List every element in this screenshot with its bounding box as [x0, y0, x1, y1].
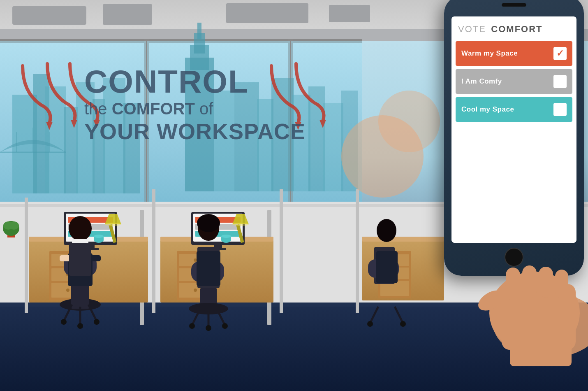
svg-rect-28	[257, 99, 273, 191]
svg-point-88	[94, 319, 100, 325]
svg-rect-42	[25, 198, 28, 313]
svg-point-73	[9, 221, 19, 230]
svg-point-134	[377, 219, 396, 242]
background-scene: CONTROL the COMFORT of YOUR WORKSPACE VO…	[0, 0, 588, 391]
svg-point-66	[105, 223, 121, 226]
svg-point-116	[197, 214, 220, 232]
svg-text:the COMFORT of: the COMFORT of	[84, 100, 213, 118]
svg-rect-6	[329, 5, 370, 22]
svg-point-89	[77, 323, 83, 329]
svg-rect-83	[69, 243, 91, 276]
svg-point-111	[221, 235, 231, 238]
phone-container: VOTE COMFORT Warm my Space ✓ I Am Comfy	[428, 0, 588, 325]
svg-point-96	[194, 258, 197, 262]
svg-point-108	[232, 223, 249, 226]
svg-rect-152	[522, 265, 537, 298]
vote-option-comfy[interactable]: I Am Comfy	[456, 69, 572, 94]
checkmark-icon: ✓	[556, 49, 564, 58]
svg-rect-133	[376, 251, 398, 283]
comfort-label: COMFORT	[491, 24, 542, 35]
svg-rect-4	[103, 4, 152, 25]
vote-warm-checkbox[interactable]: ✓	[553, 47, 567, 60]
phone-speaker	[502, 3, 526, 7]
svg-point-137	[367, 321, 373, 327]
svg-rect-155	[510, 342, 572, 366]
svg-rect-32	[323, 103, 343, 191]
svg-rect-45	[356, 189, 359, 313]
svg-point-138	[400, 321, 406, 327]
svg-rect-5	[226, 3, 308, 23]
svg-point-98	[194, 289, 197, 292]
vote-warm-label: Warm my Space	[461, 49, 518, 58]
svg-point-69	[94, 235, 104, 238]
svg-point-124	[206, 325, 211, 331]
vote-option-cool[interactable]: Cool my Space	[456, 97, 572, 122]
vote-label: VOTE	[458, 24, 486, 35]
svg-rect-3	[12, 6, 86, 25]
svg-rect-153	[539, 267, 553, 298]
hand-illustration	[452, 181, 588, 366]
svg-text:CONTROL: CONTROL	[84, 63, 249, 100]
vote-comfy-label: I Am Comfy	[461, 77, 502, 86]
svg-rect-25	[197, 23, 201, 39]
svg-point-123	[222, 323, 228, 329]
svg-text:YOUR WORKSPACE: YOUR WORKSPACE	[84, 119, 306, 144]
svg-rect-114	[197, 251, 220, 286]
vote-app-header: VOTE COMFORT	[451, 16, 576, 40]
svg-rect-43	[152, 189, 155, 313]
vote-option-warm[interactable]: Warm my Space ✓	[456, 41, 572, 66]
vote-cool-checkbox[interactable]	[553, 103, 567, 116]
svg-point-56	[66, 289, 69, 292]
svg-rect-151	[506, 268, 520, 300]
svg-rect-44	[280, 189, 283, 313]
svg-point-122	[189, 323, 195, 329]
vote-comfy-checkbox[interactable]	[553, 75, 567, 88]
svg-rect-154	[555, 270, 568, 298]
svg-point-87	[61, 319, 67, 325]
vote-cool-label: Cool my Space	[461, 105, 514, 114]
svg-point-81	[69, 216, 92, 241]
